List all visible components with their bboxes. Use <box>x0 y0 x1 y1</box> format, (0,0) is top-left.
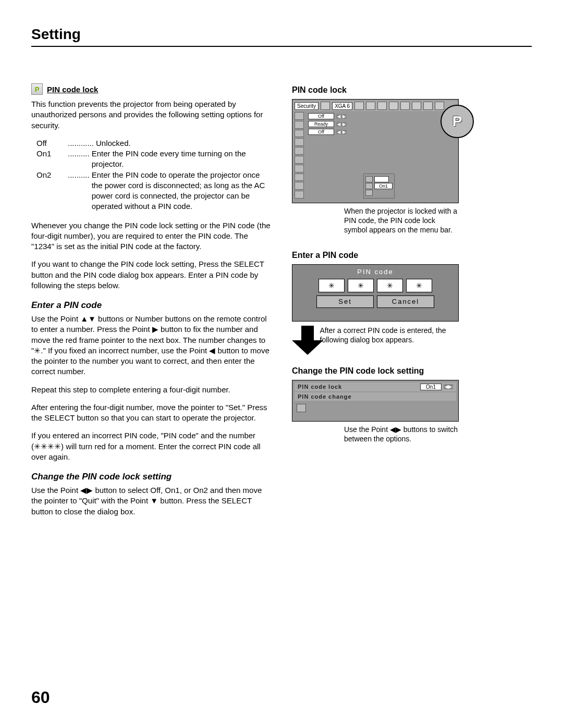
menu-value: Ready <box>308 121 334 127</box>
fig1-caption: When the projector is locked with a PIN … <box>344 206 459 235</box>
pin-lock-value: On1 <box>420 384 442 390</box>
pin-lock-label: PIN code lock <box>298 384 342 390</box>
intro-paragraph: This function prevents the projector fro… <box>31 99 271 131</box>
sidebar-icon <box>295 182 304 190</box>
factory-pin-paragraph: Whenever you change the PIN code lock se… <box>31 220 271 252</box>
enter-pin-p2: Repeat this step to complete entering a … <box>31 385 271 395</box>
pin-icon <box>365 183 373 189</box>
xga-label: XGA 6 <box>332 102 352 110</box>
fig3-heading: Change the PIN code lock setting <box>292 366 459 376</box>
menu-icon <box>412 102 421 110</box>
pin-digit: ✳ <box>319 279 345 292</box>
setting-row: PIN code lock On1 ◀▶ <box>295 382 456 391</box>
change-setting-figure: PIN code lock On1 ◀▶ PIN code change <box>292 380 459 422</box>
options-list: Off ............ Unlocked. On1 .........… <box>36 138 271 212</box>
arrow-block: After a correct PIN code is entered, the… <box>292 326 459 357</box>
menu-value: Off <box>308 113 334 119</box>
enter-pin-p1: Use the Point ▲▼ buttons or Number butto… <box>31 314 271 377</box>
arrows-icon: ◀▶ <box>336 130 347 134</box>
menu-icon <box>321 102 330 110</box>
setting-row: PIN code change <box>295 392 456 401</box>
option-row: Off ............ Unlocked. <box>36 138 271 149</box>
enter-pin-heading: Enter a PIN code <box>31 300 271 311</box>
page-title: Setting <box>31 26 532 47</box>
pin-lock-menu-icon <box>435 102 444 110</box>
arrows-icon: ◀▶ <box>444 384 453 389</box>
pin-lock-menu-figure: Security XGA 6 <box>292 99 459 203</box>
pin-digit: ✳ <box>406 279 432 292</box>
sidebar-icon <box>295 191 304 199</box>
sidebar-icon <box>295 130 304 138</box>
page-number: 60 <box>31 688 50 707</box>
quit-icon <box>365 190 373 196</box>
change-setting-paragraph: If you want to change the PIN code lock … <box>31 259 271 291</box>
menu-icon <box>366 102 375 110</box>
lock-icon <box>365 176 373 182</box>
sidebar-icon <box>295 174 304 181</box>
sidebar-icon <box>295 156 304 164</box>
fig1-heading: PIN code lock <box>292 85 459 95</box>
arrows-icon: ◀▶ <box>336 122 347 127</box>
menu-sidebar <box>293 111 306 200</box>
menu-icon <box>389 102 398 110</box>
arrow-caption: After a correct PIN code is entered, the… <box>320 326 459 344</box>
sidebar-icon <box>295 165 304 172</box>
arrows-icon: ◀▶ <box>336 114 347 119</box>
change-pin-heading: Change the PIN code lock setting <box>31 472 271 482</box>
pin-change-label: PIN code change <box>298 393 352 400</box>
menu-icon <box>377 102 387 110</box>
pin-digits: ✳ ✳ ✳ ✳ <box>319 279 432 292</box>
menu-main: Off◀▶ Ready◀▶ Off◀▶ On1 <box>306 111 457 200</box>
fig2-heading: Enter a PIN code <box>292 251 459 260</box>
pin-digit: ✳ <box>348 279 374 292</box>
submenu-value: On1 <box>374 183 393 189</box>
pin-dialog-title: PIN code <box>357 268 393 276</box>
menu-bar: Security XGA 6 <box>293 101 457 111</box>
quit-icon <box>297 404 306 412</box>
sidebar-icon <box>295 121 304 129</box>
change-pin-p1: Use the Point ◀▶ button to select Off, O… <box>31 485 271 517</box>
sidebar-icon <box>295 147 304 155</box>
left-column: P PIN code lock This function prevents t… <box>31 83 271 524</box>
option-row: On1 .......... Enter the PIN code every … <box>36 149 271 170</box>
fig3-caption: Use the Point ◀▶ buttons to switch betwe… <box>344 425 459 443</box>
pin-digit: ✳ <box>377 279 403 292</box>
menu-value: Off <box>308 129 334 135</box>
menu-icon <box>423 102 433 110</box>
quit-row <box>295 404 456 412</box>
pin-lock-heading: P PIN code lock <box>31 83 271 95</box>
pin-lock-icon: P <box>31 83 43 95</box>
security-label: Security <box>295 102 319 110</box>
pin-lock-callout-icon: P <box>440 105 474 138</box>
sidebar-icon <box>295 138 304 146</box>
enter-pin-p3: After entering the four-digit number, mo… <box>31 402 271 424</box>
submenu-value <box>374 176 389 182</box>
option-row: On2 .......... Enter the PIN code to ope… <box>36 170 271 212</box>
menu-icon <box>400 102 410 110</box>
down-arrow-icon <box>292 326 312 357</box>
pin-lock-heading-text: PIN code lock <box>47 85 98 94</box>
set-button: Set <box>316 295 374 308</box>
pin-entry-figure: PIN code ✳ ✳ ✳ ✳ Set Cancel <box>292 264 459 322</box>
cancel-button: Cancel <box>377 295 434 308</box>
right-column: PIN code lock Security XGA 6 <box>292 83 459 524</box>
sidebar-icon <box>295 112 304 120</box>
enter-pin-p4: If you entered an incorrect PIN code, "P… <box>31 430 271 462</box>
menu-icon <box>354 102 364 110</box>
submenu: On1 <box>363 174 395 199</box>
